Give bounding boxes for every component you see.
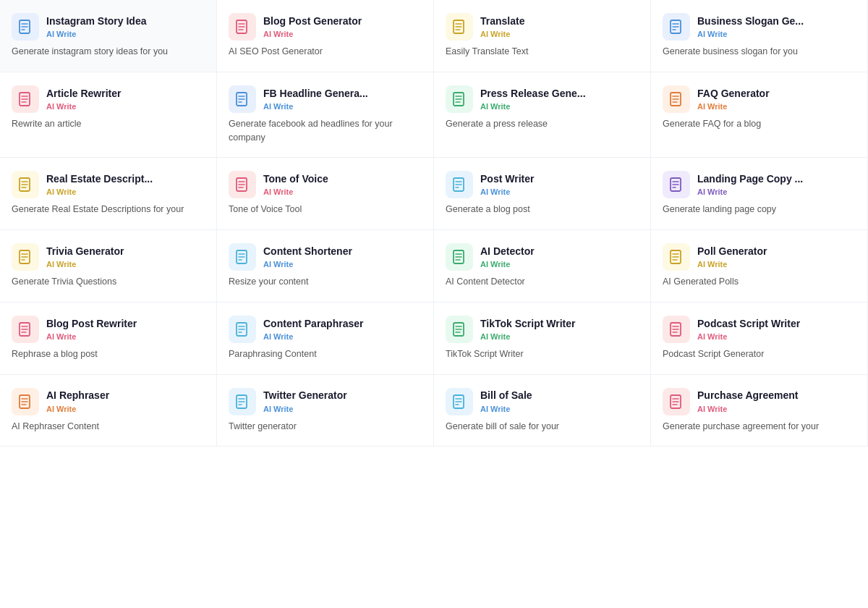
card-content-paraphraser[interactable]: Content Paraphraser AI Write Paraphrasin… bbox=[217, 303, 434, 375]
card-desc: AI Rephraser Content bbox=[12, 420, 205, 434]
instagram-story-idea-icon bbox=[12, 13, 39, 41]
card-header: Press Release Gene... AI Write bbox=[446, 85, 639, 113]
podcast-script-writer-icon bbox=[663, 316, 690, 343]
card-header: Trivia Generator AI Write bbox=[12, 243, 205, 271]
card-title: Post Writer bbox=[480, 172, 534, 185]
card-desc: Easily Translate Text bbox=[446, 45, 639, 59]
card-header: Tone of Voice AI Write bbox=[229, 171, 422, 198]
card-desc: Generate FAQ for a blog bbox=[663, 117, 856, 131]
card-title: TikTok Script Writer bbox=[480, 317, 575, 330]
card-header: Post Writer AI Write bbox=[446, 171, 639, 198]
card-post-writer[interactable]: Post Writer AI Write Generate a blog pos… bbox=[434, 158, 651, 230]
card-poll-generator[interactable]: Poll Generator AI Write AI Generated Pol… bbox=[651, 230, 868, 303]
card-desc: Generate a blog post bbox=[446, 203, 639, 216]
card-badge: AI Write bbox=[263, 29, 362, 39]
blog-post-rewriter-icon bbox=[12, 316, 39, 343]
card-desc: Rephrase a blog post bbox=[12, 347, 205, 361]
poll-generator-icon bbox=[663, 243, 690, 271]
card-header: Business Slogan Ge... AI Write bbox=[663, 13, 856, 41]
card-title: Instagram Story Idea bbox=[46, 14, 147, 28]
card-header: AI Detector AI Write bbox=[446, 243, 639, 271]
card-desc: TikTok Script Writer bbox=[446, 347, 639, 361]
card-desc: Tone of Voice Tool bbox=[229, 203, 422, 216]
card-badge: AI Write bbox=[697, 259, 767, 269]
card-desc: Generate Real Estate Descriptions for yo… bbox=[12, 203, 205, 216]
card-badge: AI Write bbox=[46, 259, 124, 269]
card-twitter-generator[interactable]: Twitter Generator AI Write Twitter gener… bbox=[217, 375, 434, 447]
card-translate[interactable]: Translate AI Write Easily Translate Text bbox=[434, 0, 651, 72]
card-fb-headline-generator[interactable]: FB Headline Genera... AI Write Generate … bbox=[217, 72, 434, 159]
card-header: TikTok Script Writer AI Write bbox=[446, 316, 639, 343]
card-faq-generator[interactable]: FAQ Generator AI Write Generate FAQ for … bbox=[651, 72, 868, 159]
card-article-rewriter[interactable]: Article Rewriter AI Write Rewrite an art… bbox=[0, 72, 217, 159]
card-title: Article Rewriter bbox=[46, 87, 121, 100]
card-badge: AI Write bbox=[46, 187, 153, 197]
card-badge: AI Write bbox=[263, 332, 363, 342]
card-title: Purchase Agreement bbox=[697, 389, 799, 402]
card-title: Business Slogan Ge... bbox=[697, 14, 804, 28]
card-badge: AI Write bbox=[46, 404, 109, 414]
card-title: Landing Page Copy ... bbox=[697, 172, 803, 185]
card-header: FAQ Generator AI Write bbox=[663, 85, 856, 113]
card-title: Twitter Generator bbox=[263, 389, 347, 402]
card-title: Bill of Sale bbox=[480, 389, 532, 402]
card-blog-post-generator[interactable]: Blog Post Generator AI Write AI SEO Post… bbox=[217, 0, 434, 72]
twitter-generator-icon bbox=[229, 388, 256, 415]
card-header: Podcast Script Writer AI Write bbox=[663, 316, 856, 343]
translate-icon bbox=[446, 13, 473, 41]
card-desc: Generate facebook ad headlines for your … bbox=[229, 117, 422, 145]
card-title: Content Shortener bbox=[263, 245, 352, 258]
trivia-generator-icon bbox=[12, 243, 39, 271]
card-badge: AI Write bbox=[263, 404, 347, 414]
card-desc: Paraphrasing Content bbox=[229, 347, 422, 361]
blog-post-generator-icon bbox=[229, 13, 256, 41]
card-desc: Generate landing page copy bbox=[663, 203, 856, 216]
card-desc: Rewrite an article bbox=[12, 117, 205, 131]
card-badge: AI Write bbox=[480, 332, 575, 342]
card-tiktok-script-writer[interactable]: TikTok Script Writer AI Write TikTok Scr… bbox=[434, 303, 651, 375]
card-header: Twitter Generator AI Write bbox=[229, 388, 422, 415]
card-tone-of-voice[interactable]: Tone of Voice AI Write Tone of Voice Too… bbox=[217, 158, 434, 230]
card-instagram-story-idea[interactable]: Instagram Story Idea AI Write Generate i… bbox=[0, 0, 217, 72]
card-bill-of-sale[interactable]: Bill of Sale AI Write Generate bill of s… bbox=[434, 375, 651, 447]
card-title: FB Headline Genera... bbox=[263, 87, 368, 100]
card-purchase-agreement[interactable]: Purchase Agreement AI Write Generate pur… bbox=[651, 375, 868, 447]
card-trivia-generator[interactable]: Trivia Generator AI Write Generate Trivi… bbox=[0, 230, 217, 303]
card-header: Landing Page Copy ... AI Write bbox=[663, 171, 856, 198]
card-business-slogan-generator[interactable]: Business Slogan Ge... AI Write Generate … bbox=[651, 0, 868, 72]
tools-grid: Instagram Story Idea AI Write Generate i… bbox=[0, 0, 868, 447]
real-estate-description-icon bbox=[12, 171, 39, 198]
card-badge: AI Write bbox=[480, 404, 532, 414]
card-title: FAQ Generator bbox=[697, 87, 770, 100]
purchase-agreement-icon bbox=[663, 388, 690, 415]
card-desc: AI Generated Polls bbox=[663, 275, 856, 289]
card-badge: AI Write bbox=[46, 332, 137, 342]
tone-of-voice-icon bbox=[229, 171, 256, 198]
card-desc: AI Content Detector bbox=[446, 275, 639, 289]
card-header: Purchase Agreement AI Write bbox=[663, 388, 856, 415]
card-podcast-script-writer[interactable]: Podcast Script Writer AI Write Podcast S… bbox=[651, 303, 868, 375]
ai-rephraser-icon bbox=[12, 388, 39, 415]
card-real-estate-description[interactable]: Real Estate Descript... AI Write Generat… bbox=[0, 158, 217, 230]
card-desc: Generate purchase agreement for your bbox=[663, 420, 856, 434]
card-header: Poll Generator AI Write bbox=[663, 243, 856, 271]
card-header: Content Shortener AI Write bbox=[229, 243, 422, 271]
card-badge: AI Write bbox=[480, 187, 534, 197]
landing-page-copy-icon bbox=[663, 171, 690, 198]
card-ai-detector[interactable]: AI Detector AI Write AI Content Detector bbox=[434, 230, 651, 303]
card-blog-post-rewriter[interactable]: Blog Post Rewriter AI Write Rephrase a b… bbox=[0, 303, 217, 375]
card-press-release-generator[interactable]: Press Release Gene... AI Write Generate … bbox=[434, 72, 651, 159]
card-landing-page-copy[interactable]: Landing Page Copy ... AI Write Generate … bbox=[651, 158, 868, 230]
card-ai-rephraser[interactable]: AI Rephraser AI Write AI Rephraser Conte… bbox=[0, 375, 217, 447]
card-desc: Twitter generator bbox=[229, 420, 422, 434]
card-title: Translate bbox=[480, 14, 524, 28]
card-desc: Podcast Script Generator bbox=[663, 347, 856, 361]
card-desc: Generate instagram story ideas for you bbox=[12, 45, 205, 59]
card-title: Poll Generator bbox=[697, 245, 767, 258]
card-content-shortener[interactable]: Content Shortener AI Write Resize your c… bbox=[217, 230, 434, 303]
card-title: Content Paraphraser bbox=[263, 317, 363, 330]
faq-generator-icon bbox=[663, 85, 690, 113]
content-paraphraser-icon bbox=[229, 316, 256, 343]
card-desc: Generate a press release bbox=[446, 117, 639, 131]
card-badge: AI Write bbox=[263, 187, 328, 197]
